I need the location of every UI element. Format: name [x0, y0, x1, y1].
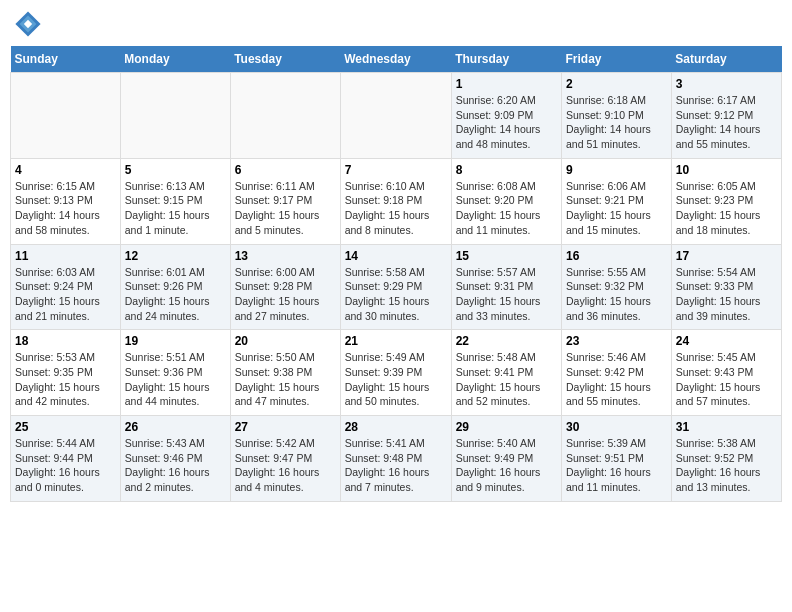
- day-info: Sunrise: 5:43 AM Sunset: 9:46 PM Dayligh…: [125, 436, 226, 495]
- day-info: Sunrise: 6:10 AM Sunset: 9:18 PM Dayligh…: [345, 179, 447, 238]
- calendar-week-row: 4Sunrise: 6:15 AM Sunset: 9:13 PM Daylig…: [11, 158, 782, 244]
- calendar-cell: 31Sunrise: 5:38 AM Sunset: 9:52 PM Dayli…: [671, 416, 781, 502]
- day-number: 22: [456, 334, 557, 348]
- calendar-cell: [120, 73, 230, 159]
- day-info: Sunrise: 6:05 AM Sunset: 9:23 PM Dayligh…: [676, 179, 777, 238]
- day-info: Sunrise: 6:06 AM Sunset: 9:21 PM Dayligh…: [566, 179, 667, 238]
- day-number: 31: [676, 420, 777, 434]
- day-info: Sunrise: 6:15 AM Sunset: 9:13 PM Dayligh…: [15, 179, 116, 238]
- calendar-cell: 1Sunrise: 6:20 AM Sunset: 9:09 PM Daylig…: [451, 73, 561, 159]
- calendar-cell: 19Sunrise: 5:51 AM Sunset: 9:36 PM Dayli…: [120, 330, 230, 416]
- calendar-cell: 5Sunrise: 6:13 AM Sunset: 9:15 PM Daylig…: [120, 158, 230, 244]
- day-number: 9: [566, 163, 667, 177]
- day-info: Sunrise: 5:42 AM Sunset: 9:47 PM Dayligh…: [235, 436, 336, 495]
- calendar-cell: 27Sunrise: 5:42 AM Sunset: 9:47 PM Dayli…: [230, 416, 340, 502]
- day-number: 28: [345, 420, 447, 434]
- calendar-cell: 30Sunrise: 5:39 AM Sunset: 9:51 PM Dayli…: [562, 416, 672, 502]
- calendar-week-row: 11Sunrise: 6:03 AM Sunset: 9:24 PM Dayli…: [11, 244, 782, 330]
- calendar-cell: [230, 73, 340, 159]
- day-number: 6: [235, 163, 336, 177]
- day-info: Sunrise: 6:18 AM Sunset: 9:10 PM Dayligh…: [566, 93, 667, 152]
- day-info: Sunrise: 6:01 AM Sunset: 9:26 PM Dayligh…: [125, 265, 226, 324]
- calendar-week-row: 1Sunrise: 6:20 AM Sunset: 9:09 PM Daylig…: [11, 73, 782, 159]
- day-number: 23: [566, 334, 667, 348]
- day-number: 20: [235, 334, 336, 348]
- calendar-week-row: 18Sunrise: 5:53 AM Sunset: 9:35 PM Dayli…: [11, 330, 782, 416]
- weekday-header-saturday: Saturday: [671, 46, 781, 73]
- logo-icon: [14, 10, 42, 38]
- day-number: 12: [125, 249, 226, 263]
- day-number: 19: [125, 334, 226, 348]
- calendar-cell: 8Sunrise: 6:08 AM Sunset: 9:20 PM Daylig…: [451, 158, 561, 244]
- calendar-cell: 21Sunrise: 5:49 AM Sunset: 9:39 PM Dayli…: [340, 330, 451, 416]
- weekday-header-tuesday: Tuesday: [230, 46, 340, 73]
- day-number: 26: [125, 420, 226, 434]
- day-number: 3: [676, 77, 777, 91]
- weekday-header-wednesday: Wednesday: [340, 46, 451, 73]
- calendar-cell: 9Sunrise: 6:06 AM Sunset: 9:21 PM Daylig…: [562, 158, 672, 244]
- calendar-cell: 17Sunrise: 5:54 AM Sunset: 9:33 PM Dayli…: [671, 244, 781, 330]
- day-number: 29: [456, 420, 557, 434]
- calendar-cell: 28Sunrise: 5:41 AM Sunset: 9:48 PM Dayli…: [340, 416, 451, 502]
- calendar-cell: 20Sunrise: 5:50 AM Sunset: 9:38 PM Dayli…: [230, 330, 340, 416]
- weekday-header-thursday: Thursday: [451, 46, 561, 73]
- day-number: 16: [566, 249, 667, 263]
- calendar-cell: 15Sunrise: 5:57 AM Sunset: 9:31 PM Dayli…: [451, 244, 561, 330]
- day-number: 18: [15, 334, 116, 348]
- day-info: Sunrise: 6:17 AM Sunset: 9:12 PM Dayligh…: [676, 93, 777, 152]
- day-number: 1: [456, 77, 557, 91]
- day-number: 17: [676, 249, 777, 263]
- calendar-cell: 29Sunrise: 5:40 AM Sunset: 9:49 PM Dayli…: [451, 416, 561, 502]
- calendar-cell: 24Sunrise: 5:45 AM Sunset: 9:43 PM Dayli…: [671, 330, 781, 416]
- calendar-cell: 4Sunrise: 6:15 AM Sunset: 9:13 PM Daylig…: [11, 158, 121, 244]
- calendar-cell: 10Sunrise: 6:05 AM Sunset: 9:23 PM Dayli…: [671, 158, 781, 244]
- calendar-cell: 6Sunrise: 6:11 AM Sunset: 9:17 PM Daylig…: [230, 158, 340, 244]
- calendar-cell: 2Sunrise: 6:18 AM Sunset: 9:10 PM Daylig…: [562, 73, 672, 159]
- day-info: Sunrise: 5:54 AM Sunset: 9:33 PM Dayligh…: [676, 265, 777, 324]
- calendar-cell: 16Sunrise: 5:55 AM Sunset: 9:32 PM Dayli…: [562, 244, 672, 330]
- day-info: Sunrise: 5:46 AM Sunset: 9:42 PM Dayligh…: [566, 350, 667, 409]
- day-number: 4: [15, 163, 116, 177]
- day-info: Sunrise: 5:39 AM Sunset: 9:51 PM Dayligh…: [566, 436, 667, 495]
- day-info: Sunrise: 5:57 AM Sunset: 9:31 PM Dayligh…: [456, 265, 557, 324]
- calendar-cell: 25Sunrise: 5:44 AM Sunset: 9:44 PM Dayli…: [11, 416, 121, 502]
- logo: [14, 10, 46, 38]
- day-number: 14: [345, 249, 447, 263]
- day-info: Sunrise: 5:40 AM Sunset: 9:49 PM Dayligh…: [456, 436, 557, 495]
- weekday-header-row: SundayMondayTuesdayWednesdayThursdayFrid…: [11, 46, 782, 73]
- day-info: Sunrise: 5:50 AM Sunset: 9:38 PM Dayligh…: [235, 350, 336, 409]
- calendar-cell: 18Sunrise: 5:53 AM Sunset: 9:35 PM Dayli…: [11, 330, 121, 416]
- day-info: Sunrise: 5:53 AM Sunset: 9:35 PM Dayligh…: [15, 350, 116, 409]
- weekday-header-friday: Friday: [562, 46, 672, 73]
- day-info: Sunrise: 5:44 AM Sunset: 9:44 PM Dayligh…: [15, 436, 116, 495]
- day-info: Sunrise: 5:55 AM Sunset: 9:32 PM Dayligh…: [566, 265, 667, 324]
- day-info: Sunrise: 5:49 AM Sunset: 9:39 PM Dayligh…: [345, 350, 447, 409]
- day-number: 15: [456, 249, 557, 263]
- day-info: Sunrise: 6:20 AM Sunset: 9:09 PM Dayligh…: [456, 93, 557, 152]
- day-info: Sunrise: 5:51 AM Sunset: 9:36 PM Dayligh…: [125, 350, 226, 409]
- day-info: Sunrise: 6:13 AM Sunset: 9:15 PM Dayligh…: [125, 179, 226, 238]
- day-info: Sunrise: 6:00 AM Sunset: 9:28 PM Dayligh…: [235, 265, 336, 324]
- calendar-cell: [11, 73, 121, 159]
- day-info: Sunrise: 5:48 AM Sunset: 9:41 PM Dayligh…: [456, 350, 557, 409]
- day-number: 24: [676, 334, 777, 348]
- calendar-cell: 13Sunrise: 6:00 AM Sunset: 9:28 PM Dayli…: [230, 244, 340, 330]
- calendar-cell: 23Sunrise: 5:46 AM Sunset: 9:42 PM Dayli…: [562, 330, 672, 416]
- day-info: Sunrise: 5:41 AM Sunset: 9:48 PM Dayligh…: [345, 436, 447, 495]
- day-number: 21: [345, 334, 447, 348]
- weekday-header-sunday: Sunday: [11, 46, 121, 73]
- day-number: 13: [235, 249, 336, 263]
- calendar-cell: 7Sunrise: 6:10 AM Sunset: 9:18 PM Daylig…: [340, 158, 451, 244]
- day-number: 25: [15, 420, 116, 434]
- day-info: Sunrise: 6:11 AM Sunset: 9:17 PM Dayligh…: [235, 179, 336, 238]
- calendar-cell: 11Sunrise: 6:03 AM Sunset: 9:24 PM Dayli…: [11, 244, 121, 330]
- day-number: 7: [345, 163, 447, 177]
- calendar-cell: 14Sunrise: 5:58 AM Sunset: 9:29 PM Dayli…: [340, 244, 451, 330]
- day-number: 2: [566, 77, 667, 91]
- weekday-header-monday: Monday: [120, 46, 230, 73]
- calendar-week-row: 25Sunrise: 5:44 AM Sunset: 9:44 PM Dayli…: [11, 416, 782, 502]
- day-number: 30: [566, 420, 667, 434]
- day-number: 11: [15, 249, 116, 263]
- day-number: 8: [456, 163, 557, 177]
- calendar-cell: 12Sunrise: 6:01 AM Sunset: 9:26 PM Dayli…: [120, 244, 230, 330]
